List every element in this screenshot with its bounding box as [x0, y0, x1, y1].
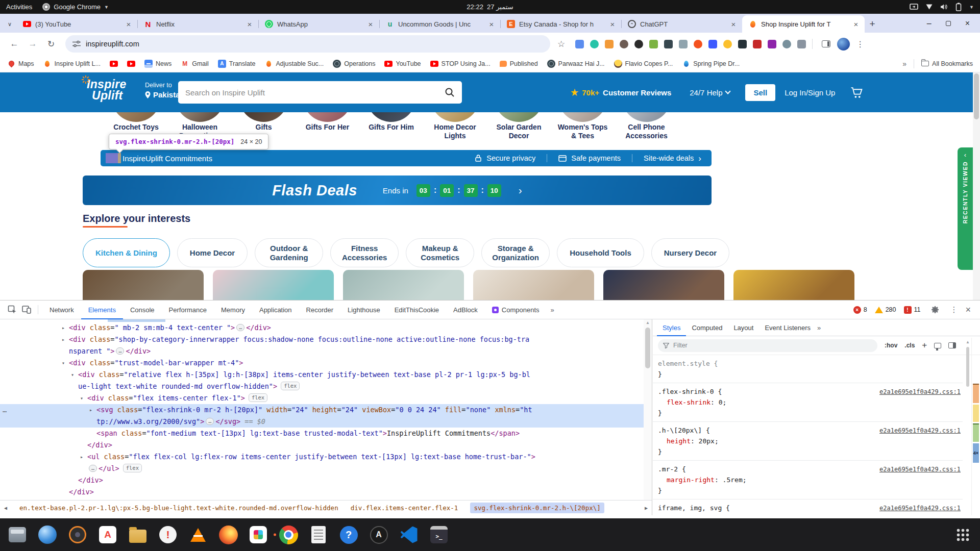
extension-icon[interactable]	[738, 40, 747, 48]
styles-scrollbar-thumb[interactable]	[966, 347, 969, 387]
bookmark-item[interactable]: Inspire Uplift L...	[43, 60, 101, 68]
interest-pill[interactable]: Storage & Organization	[481, 238, 550, 267]
cart-icon[interactable]	[850, 87, 864, 98]
page-scrollbar[interactable]	[973, 72, 980, 300]
product-image[interactable]	[213, 270, 334, 300]
product-image[interactable]	[603, 270, 724, 300]
dock-item-alert[interactable]	[156, 522, 180, 547]
flash-deals-banner[interactable]: Flash Deals Ends in 03:01:37:10 ›	[83, 176, 712, 205]
scroll-up-icon[interactable]: ▲	[965, 339, 971, 346]
browser-tab[interactable]: WhatsApp×	[258, 15, 379, 33]
browser-menu-icon[interactable]: ⋮	[854, 39, 866, 49]
bookmark-item[interactable]: MGmail	[181, 60, 209, 68]
bookmark-item[interactable]: Parwaaz Hai J...	[547, 60, 605, 68]
extension-icon[interactable]	[782, 40, 791, 48]
extension-icon[interactable]	[797, 40, 806, 48]
breadcrumb-item[interactable]: en.text-base.pl-2.pr-1.lg\:px-5.bg-blue-…	[19, 504, 338, 512]
styles-scrollbar[interactable]: ▲	[965, 339, 971, 515]
css-rule[interactable]: .mr-2 {margin-right: .5rem;}e2a1e695e1f0…	[653, 461, 963, 499]
category-label[interactable]: Cell Phone Accessories	[615, 123, 678, 140]
app-menu[interactable]: Google Chrome ▼	[42, 3, 109, 11]
tree-expander-icon[interactable]: ▸	[89, 404, 92, 416]
browser-tab[interactable]: ChatGPT×	[621, 15, 742, 33]
devtools-menu-icon[interactable]: ⋮	[950, 305, 958, 314]
dom-tree-line[interactable]: nsparent ">…</div>	[0, 345, 644, 357]
tab-close-icon[interactable]: ×	[729, 19, 738, 29]
dock-item-help[interactable]	[336, 522, 361, 547]
dock-item-file-manager[interactable]	[5, 522, 30, 547]
recently-viewed-tab[interactable]: ‹ RECENTLY VIEWED	[958, 147, 973, 270]
sidebar-tab-styles[interactable]: Styles	[657, 319, 686, 336]
elements-scrollbar-thumb[interactable]	[645, 328, 650, 368]
bookmark-item[interactable]: Adjustable Suc...	[264, 60, 324, 68]
sidebar-tab-computed[interactable]: Computed	[686, 319, 728, 336]
flex-badge[interactable]: flex	[281, 382, 300, 390]
bookmark-star-icon[interactable]: ☆	[557, 39, 565, 49]
dom-tree-line[interactable]: ▸<div class="shop-by-category-innerwrapp…	[0, 334, 644, 345]
volume-icon[interactable]	[940, 4, 948, 10]
more-actions-icon[interactable]: …	[3, 404, 7, 416]
activities-button[interactable]: Activities	[6, 3, 32, 11]
dom-tree-line[interactable]: </div>	[0, 486, 644, 498]
extension-icon[interactable]	[694, 40, 702, 48]
tree-expander-icon[interactable]: ▸	[62, 334, 65, 345]
dom-tree-line[interactable]: …▸<svg class="flex-shrink-0 mr-2 h-[20px…	[0, 404, 644, 416]
devtools-tab-console[interactable]: Console	[123, 300, 162, 319]
sidebar-tab-event-listeners[interactable]: Event Listeners	[759, 319, 816, 336]
network-icon[interactable]	[926, 4, 933, 10]
css-rule[interactable]: iframe, img, svg {e2a1e695e1f0a429.css:1	[653, 499, 963, 515]
sell-button[interactable]: Sell	[745, 84, 775, 101]
dom-tree-line[interactable]: <span class="font-medium text-[13px] lg:…	[0, 428, 644, 439]
flex-badge[interactable]: flex	[123, 464, 142, 472]
dom-tree-line[interactable]: ▾<div class="flex items-center flex-1">f…	[0, 392, 644, 404]
reload-button[interactable]: ↻	[44, 37, 58, 51]
devtools-tab-editthiscookie[interactable]: EditThisCookie	[387, 300, 446, 319]
category-label[interactable]: Gifts For Him	[359, 123, 423, 140]
css-rule[interactable]: .h-\[20px\] {height: 20px;}e2a1e695e1f0a…	[653, 422, 963, 461]
stylesheet-link[interactable]: e2a1e695e1f0a429.css:1	[879, 387, 961, 397]
help-menu[interactable]: 24/7 Help	[690, 88, 730, 97]
browser-tab[interactable]: EEtsy Canada - Shop for h×	[500, 15, 621, 33]
dock-item-vscode[interactable]	[397, 522, 421, 547]
dock-item-anydesk[interactable]	[95, 522, 120, 547]
elements-scrollbar[interactable]: ▲	[644, 319, 652, 500]
browser-tab[interactable]: NNetflix×	[137, 15, 258, 33]
bookmark-item[interactable]: ATranslate	[218, 60, 256, 68]
search-icon[interactable]	[445, 87, 455, 97]
css-rule[interactable]: element.style {}	[653, 355, 963, 383]
element-class-toggle[interactable]: .cls	[904, 342, 915, 349]
devtools-tab-network[interactable]: Network	[42, 300, 81, 319]
category-label[interactable]: Women's Tops & Tees	[551, 123, 615, 140]
extension-icon[interactable]	[723, 40, 732, 48]
stylesheet-link[interactable]: e2a1e695e1f0a429.css:1	[879, 464, 961, 475]
bookmark-item[interactable]: Spring Pipe Dr...	[682, 60, 740, 68]
address-bar[interactable]: inspireuplift.com	[65, 35, 550, 53]
bookmark-item[interactable]: Maps	[7, 60, 34, 68]
product-image[interactable]	[473, 270, 594, 300]
dom-tree-line[interactable]: ▸<ul class="flex flex-col lg:flex-row it…	[0, 451, 644, 463]
flash-next-icon[interactable]: ›	[519, 184, 522, 196]
commitment-item[interactable]: Site-wide deals›	[644, 154, 701, 163]
extension-icon[interactable]	[575, 40, 584, 48]
more-tabs-icon[interactable]: »	[547, 306, 558, 314]
back-button[interactable]: ←	[7, 37, 21, 51]
dock-item-text-editor[interactable]	[306, 522, 331, 547]
tree-expander-icon[interactable]: ▾	[71, 369, 74, 381]
inspect-element-icon[interactable]	[5, 303, 19, 316]
extension-icon[interactable]	[679, 40, 688, 48]
extension-icon[interactable]	[708, 40, 717, 48]
show-applications-button[interactable]	[950, 522, 975, 547]
computed-panel-icon[interactable]	[948, 342, 956, 348]
inline-expand-icon[interactable]: …	[206, 418, 214, 425]
dom-tree-line[interactable]: </div>	[0, 474, 644, 486]
system-caret-icon[interactable]: ▼	[969, 5, 974, 10]
dock-item-dark-app[interactable]	[366, 522, 391, 547]
dom-tree-line[interactable]: </div>	[0, 439, 644, 451]
tree-expander-icon[interactable]: ▾	[62, 357, 65, 369]
interest-pill[interactable]: Home Decor	[177, 238, 248, 267]
pseudo-state-toggle[interactable]: :hov	[885, 342, 897, 349]
restore-button[interactable]	[946, 21, 951, 26]
category-label[interactable]: Solar Garden Decor	[487, 123, 551, 140]
product-image[interactable]	[83, 270, 204, 300]
sidebar-more-tabs-icon[interactable]: »	[817, 324, 821, 332]
